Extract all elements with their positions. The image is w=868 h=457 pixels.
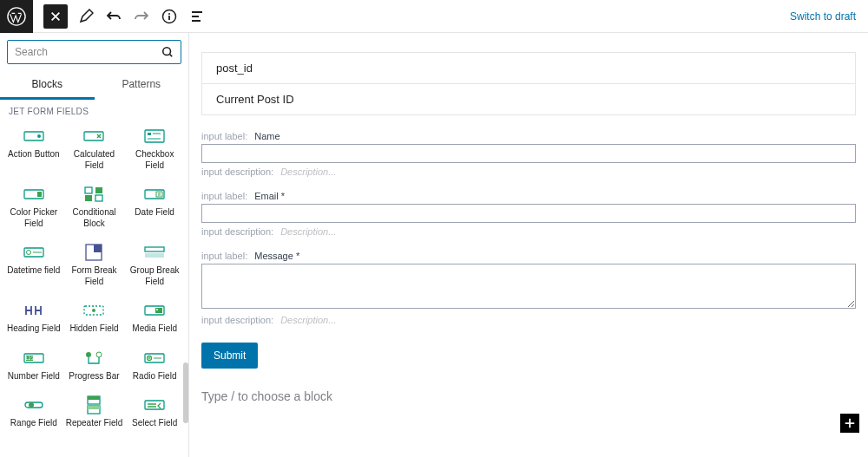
hidden-field-name[interactable]: post_id <box>201 52 856 84</box>
block-item[interactable]: Color Picker Field <box>3 180 64 234</box>
form-field-block[interactable]: input label:Message *input description:D… <box>201 251 856 339</box>
svg-rect-12 <box>95 187 102 193</box>
svg-point-5 <box>37 134 41 138</box>
block-label: Color Picker Field <box>5 207 62 229</box>
block-label: Group Break Field <box>126 265 183 287</box>
block-item[interactable]: Radio Field <box>124 343 185 388</box>
block-icon <box>23 245 44 260</box>
block-label: Media Field <box>132 323 177 335</box>
block-label: Action Button <box>8 149 59 160</box>
field-input[interactable] <box>201 144 856 163</box>
block-icon <box>23 186 44 202</box>
block-label: Hidden Field <box>69 323 118 335</box>
block-item[interactable]: Heading Field <box>3 296 64 340</box>
block-item[interactable]: Range Field <box>3 390 64 434</box>
search-input[interactable] <box>15 46 161 58</box>
block-item[interactable]: Calculated Field <box>64 121 125 176</box>
top-toolbar: Switch to draft <box>0 0 868 33</box>
form-field-block[interactable]: input label:Email *input description:Des… <box>201 191 856 251</box>
block-icon <box>144 245 165 260</box>
input-label-value[interactable]: Message * <box>254 251 299 261</box>
block-label: Radio Field <box>133 371 177 382</box>
block-label: Heading Field <box>7 323 61 335</box>
input-label-value[interactable]: Name <box>254 131 279 141</box>
input-desc-placeholder[interactable]: Description... <box>280 315 336 325</box>
svg-rect-21 <box>145 247 164 251</box>
block-icon <box>144 186 165 202</box>
block-label: Progress Bar <box>69 371 119 382</box>
block-item[interactable]: Conditional Block <box>64 180 125 234</box>
form-field-block[interactable]: input label:Nameinput description:Descri… <box>201 131 856 191</box>
block-icon <box>83 350 104 366</box>
block-item[interactable]: 123Number Field <box>3 343 64 388</box>
svg-rect-13 <box>85 195 92 201</box>
block-icon <box>23 128 44 144</box>
svg-rect-41 <box>88 406 100 409</box>
input-desc-meta: input description: <box>201 226 273 237</box>
block-item[interactable]: Date Field <box>124 180 185 234</box>
block-category-title: JET FORM FIELDS <box>0 100 188 120</box>
redo-icon <box>134 9 149 24</box>
svg-rect-14 <box>95 195 102 201</box>
pencil-icon[interactable] <box>78 9 94 24</box>
block-item[interactable]: Repeater Field <box>64 390 125 434</box>
input-label-meta: input label: <box>201 191 247 201</box>
block-icon <box>23 303 44 318</box>
input-label-meta: input label: <box>201 131 247 141</box>
outline-icon[interactable] <box>189 9 205 24</box>
block-item[interactable]: Action Button <box>3 121 64 176</box>
block-icon <box>144 397 165 413</box>
svg-point-3 <box>163 48 171 55</box>
tab-patterns[interactable]: Patterns <box>95 71 189 100</box>
input-label-value[interactable]: Email * <box>254 191 285 201</box>
svg-rect-7 <box>145 130 164 142</box>
add-block-button[interactable] <box>840 414 859 433</box>
block-label: Date Field <box>135 207 174 219</box>
block-icon <box>83 303 104 318</box>
field-input[interactable] <box>201 204 856 223</box>
tab-blocks[interactable]: Blocks <box>0 71 95 100</box>
svg-rect-8 <box>148 133 151 135</box>
block-item[interactable]: Datetime field <box>3 238 64 292</box>
block-icon <box>144 350 165 366</box>
block-icon <box>83 245 104 260</box>
info-icon[interactable] <box>161 9 177 24</box>
block-label: Datetime field <box>7 265 60 277</box>
input-desc-placeholder[interactable]: Description... <box>280 166 336 177</box>
switch-to-draft-link[interactable]: Switch to draft <box>790 10 868 23</box>
block-icon <box>83 186 104 202</box>
input-label-meta: input label: <box>201 251 247 261</box>
undo-icon[interactable] <box>106 9 122 24</box>
block-label: Conditional Block <box>66 207 123 229</box>
block-label: Range Field <box>10 418 57 429</box>
hidden-field-value-label[interactable]: Current Post ID <box>201 84 856 115</box>
block-item[interactable]: Form Break Field <box>64 238 125 292</box>
block-item[interactable]: Select Field <box>124 390 185 434</box>
scrollbar-thumb[interactable] <box>183 362 188 423</box>
search-icon <box>161 46 174 58</box>
svg-rect-42 <box>145 401 164 409</box>
svg-rect-22 <box>145 253 164 258</box>
svg-rect-11 <box>85 187 92 193</box>
svg-point-27 <box>156 309 158 310</box>
field-input[interactable] <box>201 264 856 309</box>
input-desc-meta: input description: <box>201 315 273 325</box>
search-box[interactable] <box>7 40 181 64</box>
close-button[interactable] <box>43 4 68 29</box>
svg-point-2 <box>168 13 170 15</box>
block-grid: Action ButtonCalculated FieldCheckbox Fi… <box>0 120 188 443</box>
submit-button[interactable]: Submit <box>201 343 258 369</box>
input-desc-placeholder[interactable]: Description... <box>280 226 336 237</box>
block-item[interactable]: Checkbox Field <box>124 121 185 176</box>
block-item[interactable]: Group Break Field <box>124 238 185 292</box>
block-item[interactable]: Progress Bar <box>64 343 125 388</box>
block-label: Calculated Field <box>66 149 123 171</box>
svg-point-32 <box>96 352 102 357</box>
block-inserter-panel: Blocks Patterns JET FORM FIELDS Action B… <box>0 33 189 457</box>
block-item[interactable]: Hidden Field <box>64 296 125 340</box>
block-appender[interactable]: Type / to choose a block <box>201 369 856 412</box>
wp-logo-icon[interactable] <box>0 0 33 33</box>
inserter-tabs: Blocks Patterns <box>0 71 188 100</box>
block-label: Repeater Field <box>66 418 123 429</box>
block-item[interactable]: Media Field <box>124 296 185 340</box>
